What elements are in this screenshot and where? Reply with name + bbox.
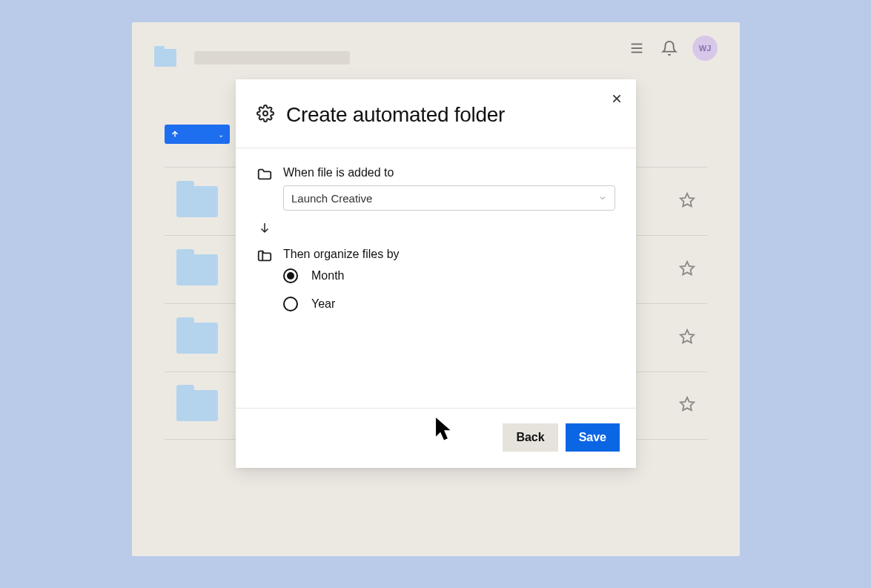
svg-marker-5 [680, 329, 694, 342]
star-icon[interactable] [679, 192, 695, 211]
menu-icon[interactable] [627, 39, 646, 58]
create-automated-folder-modal: Create automated folder When file is add… [236, 79, 636, 468]
radio-label: Year [311, 297, 335, 311]
star-icon[interactable] [679, 260, 695, 280]
brand-folder-icon [154, 49, 176, 67]
folder-outline-icon [256, 166, 273, 185]
radio-icon [283, 297, 298, 311]
organize-radio-group: Month Year [283, 268, 615, 311]
radio-label: Month [311, 269, 344, 283]
radio-option-month[interactable]: Month [283, 268, 615, 283]
when-label: When file is added to [283, 166, 615, 179]
svg-marker-3 [680, 193, 694, 205]
save-button[interactable]: Save [566, 423, 620, 452]
svg-marker-4 [680, 261, 694, 274]
organize-folder-icon [256, 248, 273, 267]
radio-icon [283, 268, 298, 283]
modal-body: When file is added to Launch Creative [236, 148, 636, 408]
header-actions: WJ [627, 36, 718, 61]
when-section: When file is added to Launch Creative [256, 166, 615, 211]
upload-button[interactable]: ⌄ [165, 125, 230, 144]
modal-footer: Back Save [236, 408, 636, 468]
folder-icon [176, 390, 218, 421]
avatar[interactable]: WJ [692, 36, 718, 61]
star-icon[interactable] [679, 328, 695, 348]
folder-icon [176, 323, 218, 354]
chevron-down-icon [598, 192, 607, 205]
folder-icon [176, 254, 218, 285]
star-icon[interactable] [679, 396, 695, 415]
modal-header: Create automated folder [236, 79, 636, 148]
folder-select[interactable]: Launch Creative [283, 185, 615, 211]
svg-marker-6 [680, 397, 694, 410]
close-icon[interactable] [608, 90, 626, 108]
modal-title: Create automated folder [286, 103, 505, 127]
breadcrumb [194, 51, 350, 65]
svg-point-7 [263, 111, 268, 116]
then-section: Then organize files by Month Year [256, 248, 615, 311]
bell-icon[interactable] [660, 39, 679, 58]
folder-select-value: Launch Creative [291, 192, 372, 205]
then-label: Then organize files by [283, 248, 615, 261]
folder-icon [176, 186, 218, 217]
arrow-down-icon [258, 221, 615, 237]
radio-option-year[interactable]: Year [283, 297, 615, 311]
back-button[interactable]: Back [503, 423, 557, 452]
gear-icon [256, 105, 274, 125]
